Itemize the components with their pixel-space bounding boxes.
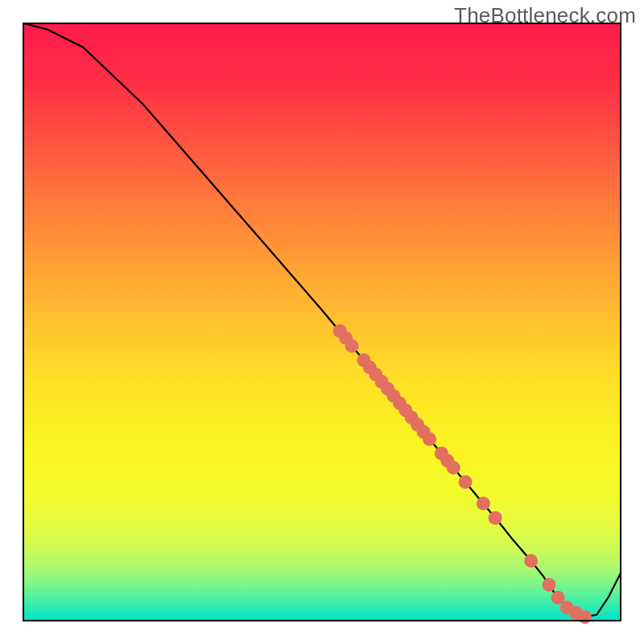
scatter-point: [345, 339, 359, 353]
scatter-point: [423, 432, 436, 446]
scatter-point: [524, 554, 538, 568]
chart-svg: [0, 0, 644, 644]
gradient-background: [23, 23, 621, 621]
scatter-point: [578, 610, 592, 624]
scatter-point: [489, 511, 502, 525]
scatter-point: [447, 461, 460, 475]
watermark-text: TheBottleneck.com: [454, 3, 636, 28]
scatter-point: [459, 475, 473, 489]
bottleneck-chart: TheBottleneck.com: [0, 0, 644, 644]
scatter-point: [477, 497, 490, 510]
scatter-point: [542, 578, 555, 592]
